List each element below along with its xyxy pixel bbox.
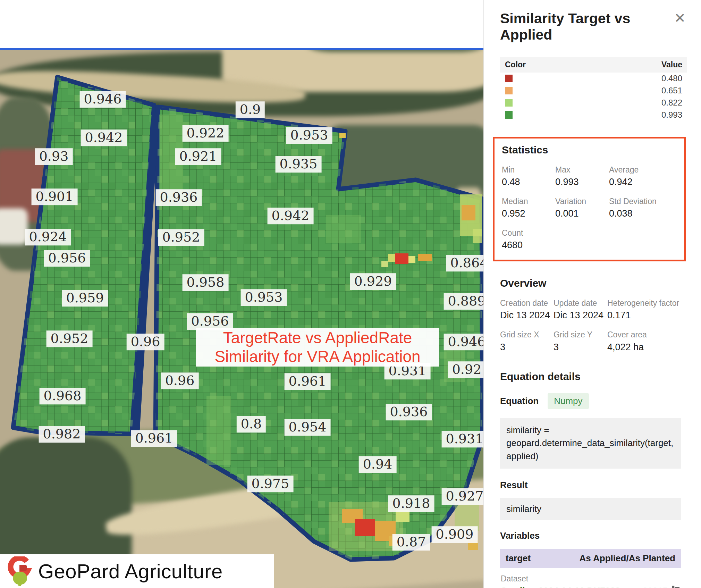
dataset-id: 20815 xyxy=(643,586,668,588)
overview-creation-date: Creation dateDic 13 2024 xyxy=(500,298,554,321)
map-value-label: 0.96 xyxy=(161,372,199,389)
statistics-heading: Statistics xyxy=(502,144,677,156)
map-value-label: 0.901 xyxy=(32,188,78,205)
legend-chip-green xyxy=(505,111,513,119)
overview-grid-y: Grid size Y3 xyxy=(554,330,607,352)
variable-type: As Applied/As Planted xyxy=(580,553,675,564)
equation-details-section: Equation details Equation Numpy similari… xyxy=(500,371,687,541)
equation-label: Equation xyxy=(500,396,539,406)
dataset-link[interactable]: Seeding 2024-04-12 DK7023 xyxy=(501,586,620,588)
overview-section: Overview Creation dateDic 13 2024 Update… xyxy=(500,277,687,352)
legend-value-header: Value xyxy=(661,60,682,69)
legend-row: 0.480 xyxy=(500,73,687,85)
annotation-line1: TargetRate vs AppliedRate xyxy=(223,328,412,347)
map-value-label: 0.959 xyxy=(62,290,108,306)
details-panel: Similarity Target vs Applied ✕ Color Val… xyxy=(483,0,701,588)
legend-chip-lightgreen xyxy=(505,99,513,107)
map-value-label: 0.924 xyxy=(25,229,71,245)
map-value-label: 0.929 xyxy=(350,273,396,290)
map-value-label: 0.946 xyxy=(80,91,126,108)
stat-count: Count4680 xyxy=(502,228,555,251)
map-value-label: 0.94 xyxy=(359,456,397,473)
map-value-label: 0.921 xyxy=(175,148,221,165)
map-value-label: 0.961 xyxy=(131,430,177,447)
map-value-label: 0.958 xyxy=(183,274,229,291)
map-value-label: 0.931 xyxy=(442,431,483,447)
dataset-label: Dataset xyxy=(501,574,686,583)
map-value-label: 0.922 xyxy=(183,125,229,142)
map-value-label: 0.936 xyxy=(386,404,432,420)
variable-card-target: target As Applied/As Planted Dataset See… xyxy=(500,549,687,588)
map-canvas[interactable]: 0.9460.9420.930.9010.9240.9560.9590.9520… xyxy=(0,0,483,588)
legend-value: 0.651 xyxy=(661,86,682,95)
legend-chip-orange xyxy=(505,87,513,94)
map-value-label: 0.982 xyxy=(39,426,85,443)
legend-value: 0.993 xyxy=(661,110,682,120)
polygon-icon[interactable] xyxy=(672,586,681,588)
legend-row: 0.651 xyxy=(500,85,687,97)
overview-update-date: Update dateDic 13 2024 xyxy=(554,298,607,321)
map-value-label: 0.946 xyxy=(444,334,483,350)
map-value-label: 0.942 xyxy=(268,208,314,224)
stat-average: Average0.942 xyxy=(609,165,677,187)
map-value-label: 0.952 xyxy=(158,229,204,246)
legend-row: 0.993 xyxy=(500,109,687,121)
geopard-logo-icon xyxy=(6,556,33,586)
equation-details-heading: Equation details xyxy=(500,371,687,383)
map-value-label: 0.952 xyxy=(47,330,93,347)
map-value-label: 0.864 xyxy=(446,255,483,271)
legend-value: 0.480 xyxy=(661,74,682,83)
map-value-label: 0.909 xyxy=(432,526,478,543)
map-value-label: 0.953 xyxy=(241,289,287,306)
logo-bar: GeoPard Agriculture xyxy=(0,554,274,588)
statistics-box: Statistics Min0.48 Max0.993 Average0.942… xyxy=(493,137,686,261)
result-value: similarity xyxy=(500,498,681,520)
stat-variation: Variation0.001 xyxy=(555,196,609,219)
overview-heading: Overview xyxy=(500,277,687,289)
screen: 0.9460.9420.930.9010.9240.9560.9590.9520… xyxy=(0,0,701,588)
map-value-label: 0.889 xyxy=(444,293,483,310)
map-value-label: 0.935 xyxy=(276,156,322,173)
map-value-label: 0.927 xyxy=(442,488,483,505)
annotation-box: TargetRate vs AppliedRate Similarity for… xyxy=(196,328,439,367)
stat-median: Median0.952 xyxy=(502,196,555,219)
stat-stddev: Std Deviation0.038 xyxy=(609,196,677,219)
overview-grid-x: Grid size X3 xyxy=(500,330,554,352)
legend-color-header: Color xyxy=(505,60,526,69)
overview-cover-area: Cover area4,022 ha xyxy=(607,330,687,352)
map-value-label: 0.942 xyxy=(81,129,127,146)
map-value-label: 0.975 xyxy=(247,476,294,492)
panel-title: Similarity Target vs Applied xyxy=(500,10,673,43)
map-value-label: 0.968 xyxy=(40,388,86,404)
result-label: Result xyxy=(500,480,687,490)
variable-header-target: target As Applied/As Planted xyxy=(500,549,681,568)
numpy-chip[interactable]: Numpy xyxy=(548,393,589,409)
stat-min: Min0.48 xyxy=(502,165,555,187)
overview-heterogeneity: Heterogeneity factor0.171 xyxy=(607,298,687,321)
legend-chip-red xyxy=(505,75,513,82)
map-value-label: 0.8 xyxy=(237,416,266,432)
map-value-label: 0.956 xyxy=(187,313,233,330)
map-value-label: 0.954 xyxy=(285,419,331,436)
map-value-label: 0.956 xyxy=(44,250,90,267)
map-value-label: 0.936 xyxy=(156,189,202,206)
legend-value: 0.822 xyxy=(661,98,682,108)
close-icon[interactable]: ✕ xyxy=(673,10,687,26)
map-value-label: 0.92 xyxy=(448,361,483,378)
map-value-label: 0.93 xyxy=(35,148,73,165)
equation-code: similarity = geopard.determine_data_simi… xyxy=(500,418,681,469)
color-legend: Color Value 0.480 0.651 0.822 0.993 xyxy=(500,57,687,121)
map-value-label: 0.9 xyxy=(236,101,265,118)
map-value-label: 0.961 xyxy=(285,373,331,390)
annotation-line2: Similarity for VRA Application xyxy=(214,347,420,366)
variables-heading: Variables xyxy=(500,530,687,541)
map-value-label: 0.87 xyxy=(392,534,430,551)
stat-max: Max0.993 xyxy=(555,165,609,187)
map-value-label: 0.918 xyxy=(388,495,434,512)
logo-text: GeoPard Agriculture xyxy=(38,560,223,583)
variable-name: target xyxy=(506,553,531,564)
legend-row: 0.822 xyxy=(500,97,687,109)
map-value-label: 0.96 xyxy=(127,334,164,350)
map-value-label: 0.953 xyxy=(286,127,332,144)
